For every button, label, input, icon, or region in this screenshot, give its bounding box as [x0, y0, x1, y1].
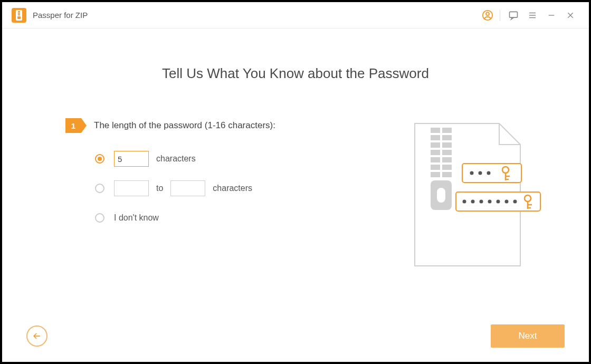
radio-unknown[interactable] [95, 213, 104, 223]
app-window: Passper for ZIP Tell Us What You Know ab… [2, 2, 589, 362]
svg-rect-22 [431, 157, 440, 162]
account-icon[interactable] [479, 6, 497, 24]
option-range-length[interactable]: to characters [95, 180, 361, 196]
range-from-input[interactable] [114, 180, 149, 196]
svg-point-32 [479, 171, 482, 175]
radio-range[interactable] [95, 184, 104, 193]
app-logo-icon [12, 8, 26, 23]
svg-point-40 [471, 200, 475, 204]
svg-rect-19 [442, 142, 452, 148]
exact-suffix: characters [156, 154, 196, 164]
svg-rect-24 [431, 165, 440, 170]
back-button[interactable] [26, 325, 47, 347]
close-icon[interactable] [561, 6, 579, 24]
next-button[interactable]: Next [491, 324, 565, 348]
svg-rect-16 [431, 135, 440, 140]
content-area: Tell Us What You Know about the Password… [2, 28, 589, 362]
svg-rect-1 [18, 11, 20, 12]
bottom-bar: Next [2, 323, 589, 349]
separator [500, 9, 500, 21]
step-header: 1 The length of the password (1-16 chara… [65, 118, 361, 133]
app-title: Passper for ZIP [33, 11, 88, 20]
svg-point-45 [513, 200, 517, 204]
svg-point-33 [487, 171, 491, 175]
svg-point-43 [497, 200, 500, 204]
svg-rect-21 [442, 150, 452, 155]
svg-point-39 [463, 200, 466, 204]
svg-point-6 [486, 12, 489, 15]
option-unknown[interactable]: I don't know [95, 210, 361, 226]
svg-rect-26 [431, 172, 440, 177]
menu-icon[interactable] [523, 6, 541, 24]
svg-rect-15 [442, 128, 452, 133]
zip-illustration-icon [404, 118, 541, 279]
minimize-icon[interactable] [542, 6, 560, 24]
svg-rect-2 [18, 13, 20, 14]
form-area: 1 The length of the password (1-16 chara… [65, 118, 361, 240]
svg-point-42 [488, 200, 492, 204]
range-suffix: characters [213, 184, 252, 193]
svg-rect-3 [18, 14, 20, 15]
svg-rect-27 [442, 172, 452, 177]
svg-point-31 [470, 171, 474, 175]
svg-rect-17 [442, 135, 452, 140]
svg-rect-29 [437, 188, 445, 203]
range-to-input[interactable] [170, 180, 205, 196]
exact-length-input[interactable] [114, 151, 149, 167]
page-heading: Tell Us What You Know about the Password [2, 65, 589, 82]
step-label: The length of the password (1-16 charact… [94, 120, 275, 131]
svg-rect-14 [431, 128, 440, 133]
options-group: characters to characters I don't know [65, 151, 361, 226]
svg-rect-4 [17, 16, 21, 19]
svg-point-41 [480, 200, 483, 204]
range-to-label: to [156, 184, 163, 193]
svg-rect-18 [431, 142, 440, 148]
radio-exact[interactable] [95, 154, 104, 164]
svg-rect-23 [442, 157, 452, 162]
unknown-label: I don't know [114, 213, 159, 223]
titlebar: Passper for ZIP [2, 2, 589, 28]
svg-point-44 [505, 200, 509, 204]
feedback-icon[interactable] [504, 6, 522, 24]
option-exact-length[interactable]: characters [95, 151, 361, 167]
svg-rect-7 [510, 12, 518, 17]
step-number-badge: 1 [65, 118, 81, 133]
svg-rect-25 [442, 165, 452, 170]
svg-rect-20 [431, 150, 440, 155]
